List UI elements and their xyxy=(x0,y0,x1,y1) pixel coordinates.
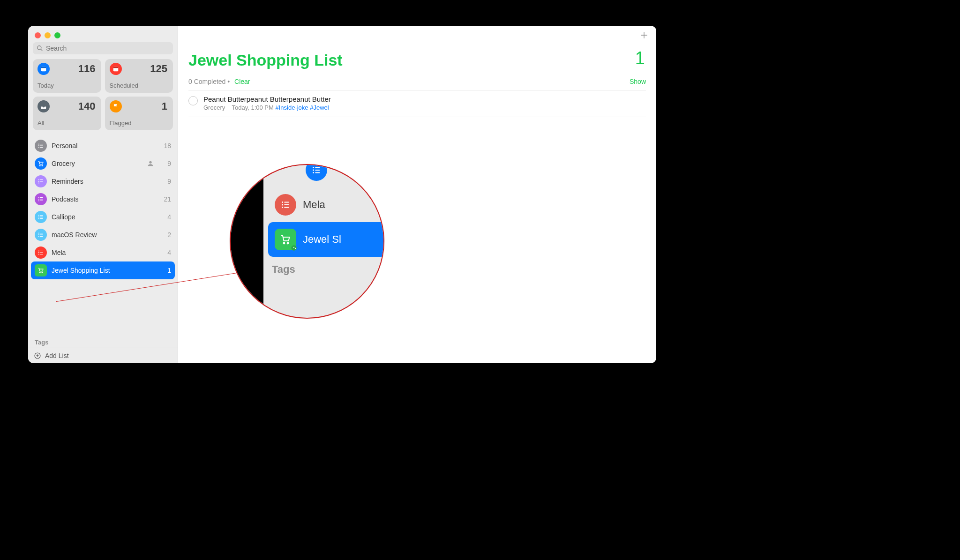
new-reminder-button[interactable] xyxy=(639,30,649,42)
tags-header: Tags xyxy=(28,334,178,348)
list-name: Grocery xyxy=(52,160,142,167)
reminder-tag[interactable]: #Inside-joke xyxy=(275,104,308,111)
list-count: 1 xyxy=(635,48,645,68)
smart-all-count: 140 xyxy=(78,100,96,112)
window-controls xyxy=(28,26,178,42)
svg-point-0 xyxy=(38,46,41,50)
smart-flagged[interactable]: 1 Flagged xyxy=(105,97,173,130)
svg-rect-38 xyxy=(40,236,43,237)
svg-rect-9 xyxy=(40,144,43,144)
svg-point-14 xyxy=(149,161,151,164)
magnified-list-mela: Mela xyxy=(268,189,383,220)
reminder-item[interactable]: Peanut Butterpeanut Butterpeanut Butter … xyxy=(188,90,646,117)
smart-today[interactable]: 116 Today xyxy=(33,59,101,93)
svg-rect-32 xyxy=(40,218,43,219)
svg-point-17 xyxy=(38,183,39,184)
svg-point-13 xyxy=(42,165,43,166)
smart-lists: 116 Today 125 Scheduled 140 All xyxy=(28,59,178,135)
completed-count-label: 0 Completed xyxy=(188,78,225,85)
sidebar: 116 Today 125 Scheduled 140 All xyxy=(28,26,178,363)
list-name: Jewel Shopping List xyxy=(52,267,157,274)
calendar-today-icon xyxy=(38,63,50,75)
svg-point-22 xyxy=(38,199,39,200)
dot-separator: • xyxy=(227,78,230,85)
svg-point-16 xyxy=(38,181,39,182)
add-list-button[interactable]: Add List xyxy=(28,348,178,363)
close-window-button[interactable] xyxy=(35,32,41,38)
completed-row: 0 Completed • Clear Show xyxy=(188,78,646,85)
complete-checkbox[interactable] xyxy=(188,96,198,105)
list-count: 2 xyxy=(162,231,171,239)
list-icon xyxy=(35,175,47,187)
magnified-tags-header: Tags xyxy=(272,263,295,276)
svg-point-45 xyxy=(39,272,40,273)
svg-point-53 xyxy=(313,170,314,171)
search-field[interactable] xyxy=(33,42,173,54)
svg-rect-62 xyxy=(284,204,289,205)
svg-point-33 xyxy=(38,233,39,234)
reminder-meta: Grocery – Today, 1:00 PM #Inside-joke #J… xyxy=(203,104,646,111)
smart-all[interactable]: 140 All xyxy=(33,97,101,130)
sidebar-list-item[interactable]: Reminders9 xyxy=(28,172,178,190)
list-icon xyxy=(35,229,47,241)
show-completed-button[interactable]: Show xyxy=(630,78,646,85)
svg-point-27 xyxy=(38,215,39,216)
search-icon xyxy=(37,45,43,52)
plus-circle-icon xyxy=(34,352,41,359)
svg-point-21 xyxy=(38,197,39,198)
add-list-label: Add List xyxy=(45,352,69,359)
svg-rect-36 xyxy=(40,233,43,233)
list-title: Jewel Shopping List xyxy=(188,51,646,69)
magnified-list-jewel: Jewel Sl xyxy=(268,222,384,257)
svg-rect-11 xyxy=(40,147,43,148)
svg-rect-42 xyxy=(40,251,43,251)
list-name: Mela xyxy=(52,249,157,256)
smart-all-label: All xyxy=(38,119,44,127)
svg-point-41 xyxy=(38,254,39,255)
list-icon xyxy=(35,193,47,205)
plus-icon xyxy=(639,30,649,40)
sidebar-list-item[interactable]: Calliope4 xyxy=(28,208,178,226)
sidebar-list-item[interactable]: macOS Review2 xyxy=(28,226,178,244)
svg-point-7 xyxy=(38,145,39,146)
svg-rect-10 xyxy=(40,145,43,146)
svg-point-28 xyxy=(38,217,39,217)
smart-today-label: Today xyxy=(38,82,54,89)
clear-completed-button[interactable]: Clear xyxy=(234,78,250,85)
svg-rect-19 xyxy=(40,181,43,181)
svg-line-1 xyxy=(41,49,43,51)
search-input[interactable] xyxy=(46,45,169,52)
smart-flagged-label: Flagged xyxy=(110,119,132,127)
minimize-window-button[interactable] xyxy=(45,32,51,38)
sidebar-list-item[interactable]: Podcasts21 xyxy=(28,190,178,208)
flag-icon xyxy=(110,100,122,112)
list-name: Podcasts xyxy=(52,195,157,203)
zoom-window-button[interactable] xyxy=(54,32,60,38)
sidebar-list-item[interactable]: Personal18 xyxy=(28,137,178,155)
svg-rect-37 xyxy=(40,234,43,235)
list-count: 4 xyxy=(162,213,171,221)
list-icon xyxy=(275,194,296,216)
cart-smart-icon xyxy=(35,264,47,276)
list-name: macOS Review xyxy=(52,231,157,239)
cart-smart-icon xyxy=(275,229,296,250)
list-icon xyxy=(35,211,47,223)
list-icon xyxy=(306,164,327,181)
smart-scheduled[interactable]: 125 Scheduled xyxy=(105,59,173,93)
my-lists: Personal18Grocery9Reminders9Podcasts21Ca… xyxy=(28,135,178,334)
sidebar-list-item[interactable]: Grocery9 xyxy=(28,155,178,172)
reminder-tag[interactable]: #Jewel xyxy=(310,104,329,111)
reminder-title: Peanut Butterpeanut Butterpeanut Butter xyxy=(203,95,646,103)
cart-icon xyxy=(35,157,47,170)
svg-rect-24 xyxy=(40,197,43,198)
list-icon xyxy=(35,140,47,152)
sidebar-list-item[interactable]: Mela4 xyxy=(28,244,178,261)
svg-point-40 xyxy=(38,252,39,253)
shared-icon xyxy=(147,160,154,167)
svg-rect-44 xyxy=(40,254,43,254)
svg-rect-5 xyxy=(113,67,118,68)
svg-point-60 xyxy=(282,207,283,208)
svg-point-6 xyxy=(38,144,39,145)
svg-point-12 xyxy=(39,165,40,166)
sidebar-list-item[interactable]: Jewel Shopping List1 xyxy=(31,261,175,279)
